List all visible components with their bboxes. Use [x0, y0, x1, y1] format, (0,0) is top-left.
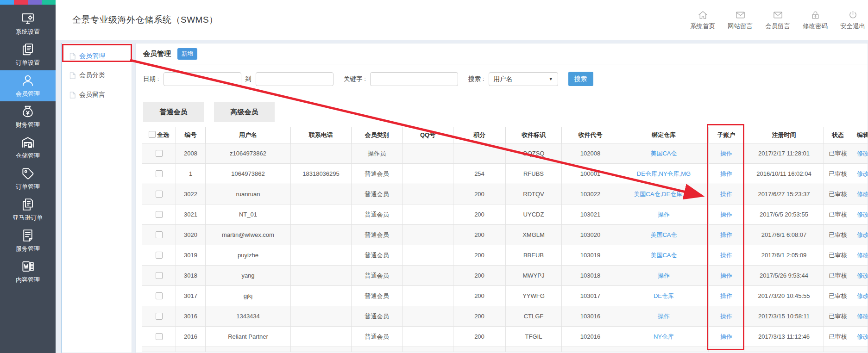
mail-icon: [773, 10, 783, 20]
cell-qq: [403, 266, 453, 286]
cell-recipient-code: RFUBS: [506, 164, 562, 184]
search-button[interactable]: 搜索: [568, 72, 593, 86]
date-from-input[interactable]: [164, 72, 241, 86]
warehouse-link[interactable]: 美国CA仓: [650, 150, 677, 157]
sub-account-link[interactable]: 操作: [720, 170, 732, 177]
cell-status: 已审核: [824, 286, 852, 306]
cell-sub-account: 操作: [709, 286, 744, 306]
cell-recipient-no: 103016: [562, 306, 619, 327]
edit-link[interactable]: 修改: [857, 231, 868, 238]
edit-link[interactable]: 修改: [857, 292, 868, 299]
warehouse-link[interactable]: DE仓库: [654, 292, 674, 299]
col-header-status: 状态: [824, 127, 852, 143]
warehouse-link[interactable]: 美国CA仓,DE仓库,MG: [634, 191, 693, 198]
edit-link[interactable]: 修改: [857, 191, 868, 198]
select-all-checkbox[interactable]: [149, 131, 156, 138]
row-checkbox[interactable]: [156, 170, 163, 177]
cell-warehouses: DE仓库,NY仓库,MG: [619, 164, 709, 184]
topnav-link[interactable]: 修改密码: [803, 10, 828, 31]
col-header-reg-time: 注册时间: [744, 127, 824, 143]
cell-status: 已审核: [824, 306, 852, 327]
sidebar-item[interactable]: 订单设置: [0, 39, 56, 70]
cell-status: 已审核: [824, 266, 852, 286]
row-checkbox[interactable]: [156, 272, 163, 279]
keyword-input[interactable]: [370, 72, 458, 86]
sidebar-item-label: 系统设置: [16, 28, 40, 36]
service-doc-icon: [21, 229, 35, 242]
sidebar-item[interactable]: 内容管理: [0, 256, 56, 287]
row-checkbox[interactable]: [156, 252, 163, 259]
warehouse-link[interactable]: 美国CA仓: [650, 252, 677, 259]
cell-member-type: 普通会员: [352, 245, 403, 266]
submenu-item[interactable]: 会员管理: [62, 46, 132, 66]
cell-recipient-no: 103020: [562, 225, 619, 245]
row-checkbox[interactable]: [156, 292, 163, 299]
sub-account-link[interactable]: 操作: [720, 313, 732, 320]
sub-account-link[interactable]: 操作: [720, 252, 732, 259]
cell-id: 2016: [176, 327, 206, 347]
row-checkbox[interactable]: [156, 313, 163, 320]
sub-account-link[interactable]: 操作: [720, 292, 732, 299]
member-type-tab[interactable]: 普通会员: [143, 102, 204, 122]
edit-link[interactable]: 修改: [857, 272, 868, 279]
cell-select: [142, 286, 176, 306]
panel-head: 会员管理 新增: [136, 43, 868, 64]
page-title: 会员管理: [143, 50, 171, 58]
sidebar-item[interactable]: 系统设置: [0, 8, 56, 39]
edit-link[interactable]: 修改: [857, 211, 868, 218]
sub-account-link[interactable]: 操作: [720, 150, 732, 157]
cell-select: [142, 266, 176, 286]
row-checkbox[interactable]: [156, 191, 163, 198]
warehouse-link[interactable]: NY仓库: [654, 333, 674, 340]
warehouse-link[interactable]: 操作: [658, 272, 670, 279]
submenu-item[interactable]: 会员留言: [62, 85, 132, 105]
cell-reg-time: 2017/6/1 6:08:07: [744, 225, 824, 245]
col-header-recipient-code: 收件标识: [506, 127, 562, 143]
row-checkbox[interactable]: [156, 231, 163, 238]
col-header-phone: 联系电话: [291, 127, 352, 143]
warehouse-link[interactable]: 操作: [658, 211, 670, 218]
topnav-link[interactable]: 安全退出: [840, 10, 865, 31]
sub-account-link[interactable]: 操作: [720, 231, 732, 238]
warehouse-link[interactable]: 操作: [658, 313, 670, 320]
sidebar: 系统设置 订单设置 会员管理 财务管理: [0, 0, 56, 353]
edit-link[interactable]: 修改: [857, 170, 868, 177]
cell-member-type: 普通会员: [352, 204, 403, 225]
edit-link[interactable]: 修改: [857, 252, 868, 259]
cell-member-type: 普通会员: [352, 164, 403, 184]
sub-account-link[interactable]: 操作: [720, 191, 732, 198]
topnav-link[interactable]: 网站留言: [728, 10, 753, 31]
cell-status: 已审核: [824, 245, 852, 266]
warehouse-link[interactable]: 美国CA仓: [650, 231, 677, 238]
edit-link[interactable]: 修改: [857, 333, 868, 340]
row-checkbox[interactable]: [156, 211, 163, 218]
topnav-link[interactable]: 会员留言: [765, 10, 790, 31]
cell-phone: [291, 204, 352, 225]
sidebar-item[interactable]: 仓储管理: [0, 132, 56, 163]
sidebar-item[interactable]: 会员管理: [0, 70, 56, 101]
edit-link[interactable]: 修改: [857, 150, 868, 157]
sidebar-item[interactable]: 订单管理: [0, 163, 56, 194]
sub-account-link[interactable]: 操作: [720, 272, 732, 279]
tag-icon: [21, 167, 35, 180]
cell-member-type: 普通会员: [352, 266, 403, 286]
submenu-item[interactable]: 会员分类: [62, 66, 132, 85]
sub-account-link[interactable]: 操作: [720, 211, 732, 218]
cell-sub-account: 操作: [709, 143, 744, 164]
cell-recipient-code: OQZSQ: [506, 143, 562, 164]
sub-account-link[interactable]: 操作: [720, 333, 732, 340]
sidebar-item[interactable]: 服务管理: [0, 225, 56, 256]
cell-member-type: 普通会员: [352, 327, 403, 347]
cell-edit: 修改: [852, 225, 868, 245]
row-checkbox[interactable]: [156, 150, 163, 157]
warehouse-link[interactable]: DE仓库,NY仓库,MG: [637, 170, 691, 177]
date-to-input[interactable]: [256, 72, 333, 86]
sidebar-item[interactable]: 亚马逊订单: [0, 194, 56, 225]
row-checkbox[interactable]: [156, 333, 163, 340]
search-type-select[interactable]: 用户名 ▼: [489, 72, 558, 86]
sidebar-item[interactable]: 财务管理: [0, 101, 56, 132]
member-type-tab[interactable]: 高级会员: [214, 102, 275, 122]
add-button[interactable]: 新增: [177, 48, 197, 60]
edit-link[interactable]: 修改: [857, 313, 868, 320]
topnav-link[interactable]: 系统首页: [690, 10, 715, 31]
